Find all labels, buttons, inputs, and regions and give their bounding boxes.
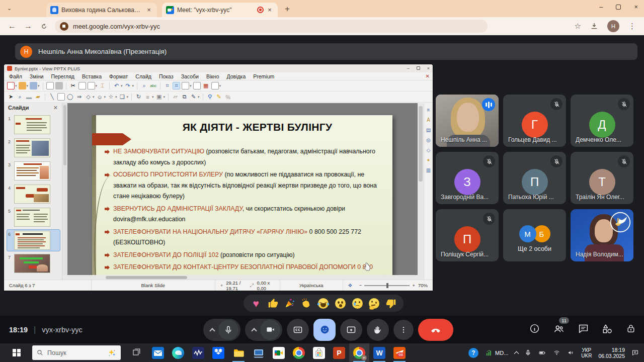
activities-button[interactable] — [602, 323, 613, 336]
sidebar-shapes-icon[interactable]: ◇ — [427, 147, 431, 153]
menu-window[interactable]: Вікно — [206, 73, 219, 79]
camera-button[interactable] — [260, 320, 280, 340]
ellipse-icon[interactable]: ◯ — [66, 93, 74, 101]
astonished-face-icon[interactable] — [335, 297, 347, 309]
snap-grid-icon[interactable]: ⌗ — [173, 82, 180, 89]
export-pdf-icon[interactable] — [46, 82, 54, 89]
tile-patokha[interactable]: П Патьоха Юрій ... — [503, 152, 566, 204]
copy-icon[interactable] — [78, 82, 86, 89]
crop-icon[interactable]: ⧉ — [181, 93, 188, 101]
slide-thumbnail-6-selected[interactable]: 6 — [7, 230, 60, 251]
spellcheck-icon[interactable]: abc — [149, 82, 157, 89]
app-dropbox[interactable] — [208, 343, 228, 362]
sidebar-master-slides-icon[interactable]: ▥ — [426, 167, 431, 173]
redo-icon[interactable]: ↷ — [124, 82, 132, 89]
sparkling-heart-icon[interactable]: ♥ — [250, 297, 262, 309]
shadow-icon[interactable]: ▱ — [172, 93, 179, 101]
people-button[interactable]: 11 — [553, 323, 565, 336]
app-chrome[interactable] — [289, 343, 309, 362]
zoom-slider[interactable]: −+ — [359, 283, 415, 288]
tile-zavhorodnii[interactable]: З Завгородній Ва... — [436, 152, 499, 204]
close-window-button[interactable]: × — [634, 3, 638, 11]
status-language[interactable]: Українська — [280, 280, 343, 291]
clone-formatting-icon[interactable]: ⌶ — [99, 82, 106, 89]
host-controls-button[interactable] — [626, 323, 636, 336]
fill-color-icon[interactable]: ▰ — [34, 93, 42, 101]
paste-icon[interactable] — [88, 82, 95, 89]
rotate-icon[interactable]: ↻ — [135, 93, 142, 101]
wifi-icon[interactable] — [553, 349, 560, 356]
pptx-close-button[interactable]: × — [427, 66, 430, 71]
taskbar-clock[interactable]: 18:19 06.03.2025 — [598, 347, 625, 359]
language-indicator[interactable]: УКР UKR — [581, 347, 592, 358]
meeting-details-button[interactable] — [529, 323, 540, 336]
bookmark-star-icon[interactable]: ☆ — [575, 22, 581, 31]
tile-demchenko[interactable]: Д Демченко Оле... — [571, 95, 633, 147]
new-tab-button[interactable]: + — [285, 4, 290, 14]
select-icon[interactable]: ➤ — [7, 93, 15, 101]
raise-hand-button[interactable] — [367, 319, 389, 341]
pptx-minimize-button[interactable]: – — [407, 66, 410, 71]
sidebar-animation-icon[interactable]: ◎ — [426, 137, 431, 143]
app-powerpoint[interactable]: P — [329, 343, 349, 362]
browser-menu-icon[interactable]: ⋮ — [628, 22, 636, 31]
menu-insert[interactable]: Вставка — [82, 73, 102, 79]
menu-slide[interactable]: Слайд — [135, 73, 151, 79]
tile-neshpil[interactable]: Нешпіль Анна ... — [436, 95, 499, 147]
save-icon[interactable] — [30, 82, 37, 89]
undo-icon[interactable]: ↶ — [113, 82, 120, 89]
thumbs-up-icon[interactable] — [267, 297, 279, 309]
arrow-shape-icon[interactable]: ⇒ — [75, 93, 83, 101]
zoom-icon[interactable]: ⌕ — [16, 93, 24, 101]
notification-center-icon[interactable] — [631, 349, 639, 356]
start-button[interactable] — [9, 349, 24, 357]
camera-options-chevron-icon[interactable] — [251, 328, 257, 333]
browser-tab-2[interactable]: Meet: "vyx-xrbv-yyc" × — [162, 3, 278, 17]
address-bar[interactable]: meet.google.com/vyx-xrbv-yyc — [55, 20, 488, 33]
slide-thumbnail-1[interactable]: 1 — [7, 114, 60, 135]
profile-avatar[interactable]: H — [607, 20, 619, 32]
align-icon[interactable]: ≡ — [144, 93, 151, 101]
thinking-face-icon[interactable] — [368, 297, 380, 309]
rectangle-icon[interactable] — [57, 93, 65, 101]
face-with-tears-of-joy-icon[interactable] — [317, 297, 330, 309]
menu-file[interactable]: Файл — [9, 73, 22, 79]
find-replace-icon[interactable]: ⌕ — [140, 82, 148, 89]
menu-format[interactable]: Формат — [109, 73, 128, 79]
md-app-tray[interactable]: MD... — [485, 349, 508, 356]
highlight-icon[interactable]: ✎ — [215, 93, 223, 101]
volume-icon[interactable] — [567, 349, 575, 356]
tab-search-chevron-icon[interactable]: ⌄ — [7, 5, 13, 11]
print-icon[interactable] — [55, 82, 63, 89]
app-google-meet[interactable] — [269, 343, 289, 362]
app-chrome-active[interactable]: H — [349, 343, 369, 362]
sidebar-properties-icon[interactable]: A — [427, 117, 430, 123]
app-word[interactable]: W — [369, 343, 389, 362]
help-tray-icon[interactable]: ? — [468, 348, 478, 358]
slide-layout-icon[interactable] — [211, 82, 219, 89]
symbol-shapes-icon[interactable]: ☺ — [96, 93, 104, 101]
mic-button[interactable] — [218, 320, 238, 340]
tile-trailin[interactable]: Т Траілін Ян Олег... — [571, 152, 633, 204]
sidebar-gallery-icon[interactable]: ✦ — [426, 157, 430, 163]
present-screen-button[interactable] — [340, 319, 362, 341]
clapping-hands-icon[interactable] — [300, 297, 312, 309]
new-document-icon[interactable] — [7, 82, 15, 89]
menu-tools[interactable]: Засоби — [181, 73, 199, 79]
menu-show[interactable]: Показ — [159, 73, 174, 79]
workspace-vertical-scrollbar[interactable] — [418, 103, 424, 280]
workspace-horizontal-scrollbar[interactable] — [62, 275, 418, 280]
close-tab-icon[interactable]: × — [145, 6, 153, 14]
mic-options-chevron-icon[interactable] — [209, 328, 215, 333]
open-icon[interactable] — [19, 82, 26, 89]
grid-icon[interactable]: ⌗ — [164, 82, 171, 89]
forward-icon[interactable]: → — [24, 22, 32, 31]
close-document-icon[interactable]: ✕ — [426, 73, 430, 79]
slide-thumbnail-2[interactable]: 2 — [7, 137, 60, 158]
download-icon[interactable] — [590, 22, 598, 30]
app-edge[interactable] — [168, 343, 188, 362]
slide-thumbnail-4[interactable]: 4 — [7, 184, 60, 205]
sidebar-transition-icon[interactable]: ▤ — [426, 127, 431, 133]
tile-nadiia[interactable]: Надія Володим... — [571, 209, 633, 261]
arrange-icon[interactable]: ▣ — [155, 93, 163, 101]
